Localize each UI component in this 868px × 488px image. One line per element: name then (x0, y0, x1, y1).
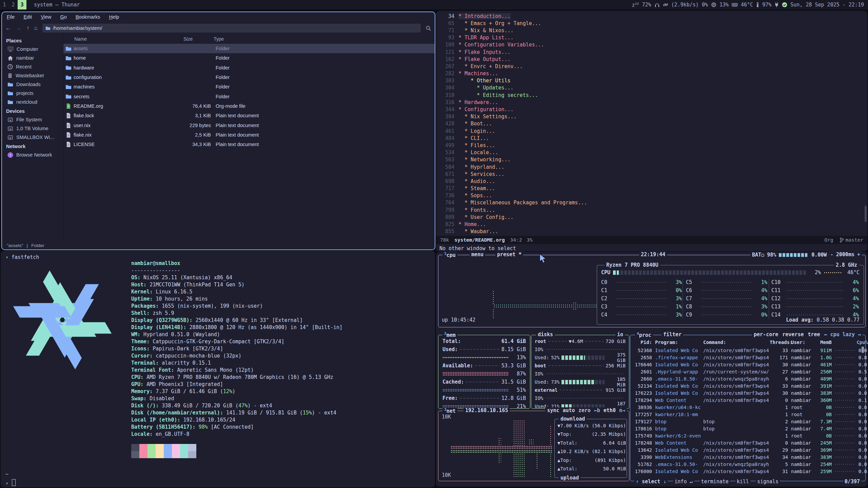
org-heading-line[interactable]: 344 * Configuration... (437, 106, 865, 113)
sidebar-item-home[interactable]: nambiar (2, 54, 63, 62)
tree-toggle[interactable]: tree (808, 331, 820, 338)
process-row[interactable]: 176000 Isolated Web Co /nix/store/sm8fmr… (634, 468, 862, 475)
file-row[interactable]: hardware Folder (63, 63, 435, 73)
info-action[interactable]: info ↵ (673, 479, 694, 485)
proc-scrollbar-thumb[interactable] (862, 347, 864, 353)
org-heading-line[interactable]: 461 * Login... (437, 127, 865, 135)
process-row[interactable]: 13642 Isolated Web Co /nix/store/sm8fmrf… (634, 446, 862, 453)
org-heading-line[interactable]: 316 * Hardware... (437, 99, 865, 106)
process-row[interactable]: 38936 kworker/u64:6-kc 1 root 0B 0.0 (634, 404, 862, 411)
column-type[interactable]: Type (211, 36, 435, 42)
reverse-toggle[interactable]: reverse (782, 331, 804, 338)
sidebar-item-smallbox[interactable]: SMALLBOX Wi... (2, 133, 63, 142)
org-heading-line[interactable]: 34 * Introduction... (437, 13, 865, 20)
network-link-icon[interactable] (663, 2, 668, 7)
sidebar-item-nextcloud[interactable]: nextcloud (2, 98, 63, 106)
org-heading-line[interactable]: 671 * Services... (437, 170, 865, 178)
column-size[interactable]: Size (181, 35, 211, 43)
sidebar-item-volume[interactable]: 1,0 TB Volume (2, 124, 63, 133)
mem-tab[interactable]: 2mem (442, 331, 457, 338)
workspace-1[interactable]: 1 (0, 0, 9, 9)
menu-item[interactable]: Bookmarks (76, 14, 100, 20)
process-row[interactable]: 52134 Isolated Web Co /nix/store/sm8fmrf… (634, 382, 862, 389)
org-heading-line[interactable]: 809 * User Config... (437, 214, 865, 221)
process-row[interactable]: 52368 Isolated Web Co /nix/store/sm8fmrf… (634, 347, 862, 354)
terminate-action[interactable]: terminate (700, 479, 730, 485)
cpu-tab[interactable]: 1cpu (442, 251, 457, 258)
btop-window[interactable]: 1cpu menu preset * 22:19:44 BAT○98% 0.00… (436, 252, 867, 487)
net-next-iface[interactable]: n→ (619, 407, 625, 413)
net-prev-iface[interactable]: ←b (594, 407, 600, 413)
file-row[interactable]: home Folder (63, 53, 435, 63)
menu-item[interactable]: Go (60, 14, 67, 20)
org-heading-line[interactable]: 584 * Hyprland... (437, 163, 865, 170)
workspace-3-active[interactable]: 3 (18, 0, 26, 9)
sidebar-item-browse-network[interactable]: Browse Network (2, 150, 63, 159)
org-heading-line[interactable]: 384 * Nix Settings... (437, 113, 865, 120)
process-row[interactable]: 179127 btop btop 2 nambiar 7.3M 0.0 (634, 418, 862, 425)
headphones-icon[interactable] (654, 2, 660, 7)
file-row[interactable]: configuration Folder (63, 73, 435, 82)
process-row[interactable]: 177257 kworker/10:1-mm_ 1 root 0B 0.0 (634, 411, 862, 418)
terminal-window[interactable]: › fastfetch nambiar@smallbox -----------… (1, 251, 435, 487)
org-heading-line[interactable]: 563 * Networking... (437, 156, 865, 163)
menu-button[interactable]: menu (470, 251, 485, 258)
org-heading-line[interactable]: 534 * Locale... (437, 149, 865, 156)
shell-prompt[interactable]: › (5, 479, 16, 486)
menu-item[interactable]: Help (109, 14, 119, 20)
org-heading-line[interactable]: 698 * Audio... (437, 178, 865, 185)
org-heading-line[interactable]: 162 * Flake Output... (437, 56, 865, 63)
io-tab[interactable]: io (615, 331, 625, 338)
process-row[interactable]: 2660 .emacs-31.0.50- /nix/store/wnqz5pa8… (634, 375, 862, 382)
org-heading-line[interactable]: 310 * Editing secrets... (437, 92, 865, 99)
org-heading-line[interactable]: 799 * Fonts... (437, 206, 865, 214)
sidebar-item-downloads[interactable]: Downloads (2, 80, 63, 89)
process-row[interactable]: 178294 Web Content /nix/store/sm8fmrf3wp… (634, 396, 862, 404)
process-row[interactable]: 2601 .Hyprland-wrapp /run/current-system… (634, 368, 862, 375)
file-row[interactable]: assets Folder (63, 44, 435, 53)
home-button[interactable]: ⌂ (34, 25, 38, 32)
menu-item[interactable]: Edit (23, 14, 32, 20)
org-heading-line[interactable]: 825 * Home... (437, 221, 865, 228)
file-row[interactable]: user.nix 229 bytes Plain text document (63, 120, 435, 130)
process-row[interactable]: 178248 Web Content /nix/store/sm8fmrf3wp… (634, 439, 862, 446)
idle-inhibit-icon[interactable]: zzz (632, 2, 639, 8)
process-row[interactable]: 175749 kworker/6:2-even 1 root 0B 0.0 (634, 432, 862, 439)
interval-plus[interactable]: + (857, 251, 860, 258)
preset-button[interactable]: preset * (495, 251, 523, 258)
back-button[interactable]: ← (5, 25, 11, 32)
sidebar-item-computer[interactable]: Computer (2, 45, 63, 54)
file-row[interactable]: README.org 76,4 KiB Org-mode file (63, 101, 435, 111)
file-row[interactable]: flake.lock 3,1 KiB Plain text document (63, 111, 435, 120)
org-heading-line[interactable]: 499 * Files... (437, 142, 865, 149)
kill-action[interactable]: kill (735, 479, 750, 485)
sidebar-item-filesystem[interactable]: File System (2, 115, 63, 124)
file-row[interactable]: flake.nix 2,5 KiB Plain text document (63, 130, 435, 140)
proc-tab[interactable]: 4proc (635, 331, 653, 338)
org-heading-line[interactable]: 93 * TLDR App List... (437, 34, 865, 41)
up-button[interactable]: ↑ (26, 25, 29, 32)
org-heading-line[interactable]: 121 * Flake Inputs... (437, 48, 865, 56)
path-bar[interactable]: /home/nambiar/system/ (42, 24, 421, 33)
org-heading-line[interactable]: 282 * Machines... (437, 70, 865, 77)
disks-tab[interactable]: disks (536, 331, 555, 338)
org-heading-line[interactable]: 764 * Miscellaneous Packages and Program… (437, 199, 865, 206)
select-action[interactable]: select (642, 479, 660, 485)
process-row[interactable]: 2658 .firefox-wrappe /nix/store/sm8fmrf3… (634, 354, 862, 361)
column-name[interactable]: Name (63, 35, 181, 43)
org-heading-line[interactable]: 65 * Emacs + Org + Tangle... (437, 20, 865, 27)
org-heading-line[interactable]: 304 * Updates... (437, 84, 865, 92)
file-row[interactable]: machines Folder (63, 82, 435, 92)
file-row[interactable]: LICENSE 34,3 KiB Plain text document (63, 140, 435, 149)
sort-selector[interactable]: ← cpu lazy → (824, 331, 861, 338)
process-row[interactable]: 176223 Isolated Web Co /nix/store/sm8fmr… (634, 389, 862, 396)
org-heading-line[interactable]: 267 * Envrc + Direnv... (437, 63, 865, 70)
org-heading-line[interactable]: 303 * Other Utils (437, 77, 865, 84)
menu-item[interactable]: File (7, 14, 15, 20)
sidebar-item-wastebasket[interactable]: Wastebasket (2, 71, 63, 80)
net-tab[interactable]: 3net (442, 407, 457, 414)
org-heading-line[interactable]: 428 * Boot... (437, 120, 865, 127)
org-heading-line[interactable]: 736 * Sops... (437, 192, 865, 199)
menu-item[interactable]: View (41, 14, 51, 20)
scrollbar-thumb[interactable] (865, 206, 867, 222)
